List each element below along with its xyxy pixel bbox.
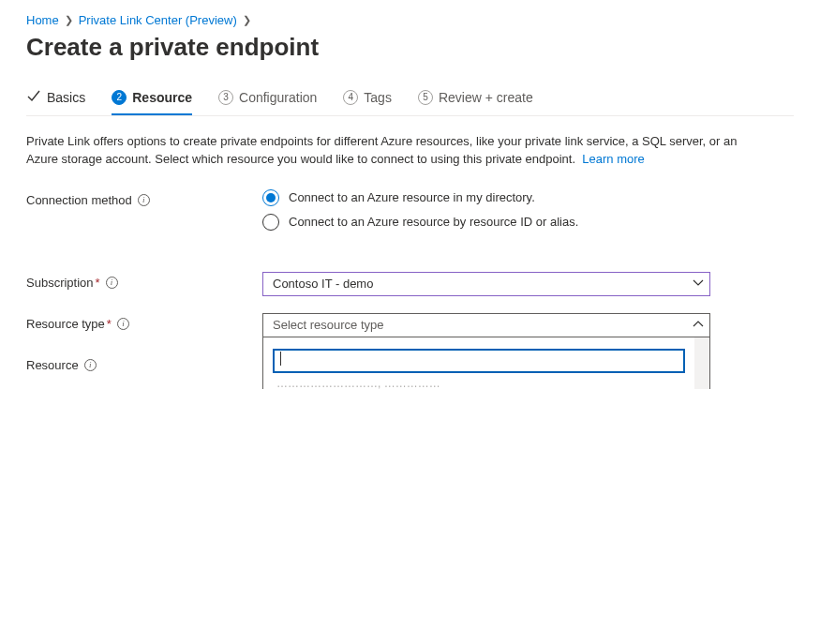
breadcrumb-home[interactable]: Home bbox=[26, 13, 59, 27]
radio-label[interactable]: Connect to an Azure resource by resource… bbox=[289, 215, 578, 229]
step-badge: 5 bbox=[418, 90, 433, 105]
tab-review-create[interactable]: 5 Review + create bbox=[418, 90, 533, 114]
chevron-right-icon: ❯ bbox=[65, 14, 73, 26]
radio-connect-by-id[interactable] bbox=[262, 214, 279, 231]
breadcrumb: Home ❯ Private Link Center (Preview) ❯ bbox=[26, 13, 794, 27]
tab-label: Tags bbox=[364, 90, 392, 105]
info-icon[interactable]: i bbox=[117, 318, 129, 330]
step-badge: 3 bbox=[218, 90, 233, 105]
label-text: Resource type bbox=[26, 317, 105, 331]
label-text: Resource bbox=[26, 358, 79, 372]
page-title: Create a private endpoint bbox=[26, 33, 794, 62]
info-icon[interactable]: i bbox=[84, 359, 97, 371]
select-value: Contoso IT - demo bbox=[273, 277, 373, 291]
dropdown-search-input[interactable] bbox=[273, 349, 685, 373]
tab-label: Configuration bbox=[239, 90, 317, 105]
subscription-label: Subscription* i bbox=[26, 272, 262, 290]
radio-label[interactable]: Connect to an Azure resource in my direc… bbox=[289, 190, 535, 204]
radio-connect-in-directory[interactable] bbox=[262, 189, 279, 206]
chevron-down-icon bbox=[693, 277, 704, 291]
step-badge: 4 bbox=[343, 90, 358, 105]
label-text: Subscription bbox=[26, 276, 94, 290]
tab-label: Basics bbox=[47, 90, 85, 105]
tab-resource[interactable]: 2 Resource bbox=[112, 90, 192, 114]
chevron-right-icon: ❯ bbox=[243, 14, 251, 26]
select-placeholder: Select resource type bbox=[273, 318, 384, 332]
scrollbar[interactable] bbox=[694, 337, 709, 389]
label-text: Connection method bbox=[26, 193, 132, 207]
chevron-up-icon bbox=[693, 318, 704, 332]
resource-type-select[interactable]: Select resource type bbox=[262, 313, 710, 337]
step-badge: 2 bbox=[112, 90, 127, 105]
list-item[interactable]: ………………………, …………… bbox=[263, 377, 694, 389]
tab-basics[interactable]: Basics bbox=[26, 88, 85, 115]
learn-more-link[interactable]: Learn more bbox=[582, 152, 644, 166]
wizard-tabs: Basics 2 Resource 3 Configuration 4 Tags… bbox=[26, 88, 794, 116]
info-icon[interactable]: i bbox=[106, 277, 118, 289]
check-icon bbox=[26, 88, 41, 106]
tab-description: Private Link offers options to create pr… bbox=[26, 133, 757, 169]
tab-tags[interactable]: 4 Tags bbox=[343, 90, 392, 114]
breadcrumb-private-link-center[interactable]: Private Link Center (Preview) bbox=[79, 13, 237, 27]
tab-configuration[interactable]: 3 Configuration bbox=[218, 90, 317, 114]
info-icon[interactable]: i bbox=[138, 194, 150, 206]
resource-type-label: Resource type* i bbox=[26, 313, 262, 331]
resource-label: Resource i bbox=[26, 354, 262, 372]
subscription-select[interactable]: Contoso IT - demo bbox=[262, 272, 710, 296]
connection-method-label: Connection method i bbox=[26, 189, 262, 207]
tab-label: Resource bbox=[132, 90, 192, 105]
resource-type-dropdown: ………………………, …………… Microsoft.MachineLearni… bbox=[262, 337, 710, 389]
tab-label: Review + create bbox=[439, 90, 533, 105]
